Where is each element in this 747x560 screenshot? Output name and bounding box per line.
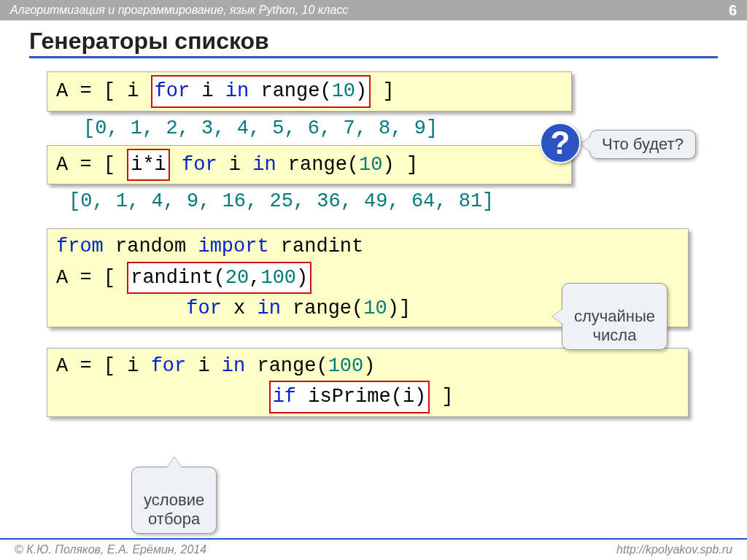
slide-footer: © К.Ю. Поляков, Е.А. Ерёмин, 2014 http:/… [0, 538, 747, 560]
header-subject: Алгоритмизация и программирование, язык … [10, 4, 348, 17]
slide-header: Алгоритмизация и программирование, язык … [0, 0, 747, 20]
callout-random: случайные числа [562, 283, 667, 350]
footer-copyright: © К.Ю. Поляков, Е.А. Ерёмин, 2014 [15, 543, 206, 556]
output-2: [0, 1, 4, 9, 16, 25, 36, 49, 64, 81] [69, 190, 708, 212]
question-icon: ? [540, 122, 581, 163]
page-number: 6 [729, 2, 737, 19]
code-block-2: A = [ i*i for i in range(10) ] [47, 145, 572, 185]
code-block-1: A = [ i for i in range(10) ] [47, 71, 572, 112]
slide-title: Генераторы списков [29, 28, 718, 58]
callout-filter: условие отбора [131, 467, 217, 534]
code-block-4: A = [ i for i in range(100) AAAAAAAAAif … [47, 348, 689, 417]
footer-url: http://kpolyakov.spb.ru [616, 543, 732, 556]
callout-question: Что будет? [589, 130, 696, 159]
